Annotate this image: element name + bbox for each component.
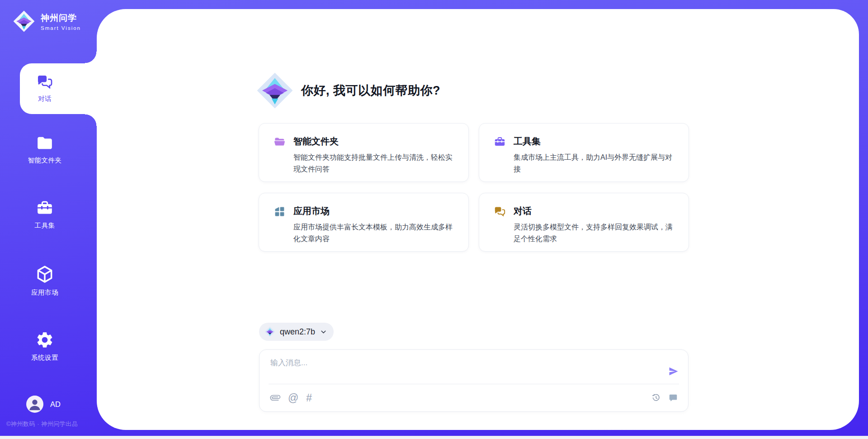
card-description: 智能文件夹功能支持批量文件上传与清洗，轻松实现文件问答 bbox=[293, 152, 457, 175]
send-icon bbox=[668, 366, 679, 377]
sidebar-item-label: 对话 bbox=[38, 95, 52, 103]
app-window: 神州问学 Smart Vision 对话 智能文件夹 工具集 应用市场 系统设置 bbox=[0, 0, 868, 439]
send-button[interactable] bbox=[668, 359, 679, 384]
horizontal-scrollbar[interactable] bbox=[0, 436, 868, 439]
cube-icon bbox=[35, 264, 55, 284]
feature-cards: 智能文件夹 智能文件夹功能支持批量文件上传与清洗，轻松实现文件问答 工具集 集成… bbox=[259, 123, 689, 252]
main-panel: 你好, 我可以如何帮助你? 智能文件夹 智能文件夹功能支持批量文件上传与清洗，轻… bbox=[97, 9, 859, 430]
message-composer: @ # bbox=[259, 349, 689, 412]
feature-card-toolset[interactable]: 工具集 集成市场上主流工具，助力AI与外界无缝扩展与对接 bbox=[479, 123, 689, 182]
user-name: AD bbox=[50, 400, 61, 409]
card-title: 对话 bbox=[514, 205, 677, 217]
model-logo-icon bbox=[264, 326, 275, 337]
sidebar-item-settings[interactable]: 系统设置 bbox=[0, 330, 90, 362]
sidebar-item-label: 应用市场 bbox=[31, 288, 58, 297]
sidebar-item-app-market[interactable]: 应用市场 bbox=[0, 264, 90, 297]
sidebar-item-chat[interactable]: 对话 bbox=[0, 73, 90, 103]
card-description: 应用市场提供丰富长文本模板，助力高效生成多样化文章内容 bbox=[293, 221, 457, 245]
paperclip-icon bbox=[268, 391, 282, 405]
folder-icon bbox=[36, 134, 54, 152]
card-description: 集成市场上主流工具，助力AI与外界无缝扩展与对接 bbox=[514, 152, 677, 175]
brand: 神州问学 Smart Vision bbox=[13, 10, 81, 33]
brand-subtitle: Smart Vision bbox=[41, 25, 81, 31]
briefcase-icon bbox=[36, 199, 54, 217]
chevron-down-icon bbox=[320, 328, 327, 336]
sidebar-item-label: 智能文件夹 bbox=[28, 156, 62, 165]
message-input[interactable] bbox=[270, 358, 662, 379]
greeting-title: 你好, 我可以如何帮助你? bbox=[301, 82, 440, 99]
sidebar-item-toolset[interactable]: 工具集 bbox=[0, 199, 90, 230]
topic-button[interactable]: # bbox=[306, 393, 312, 403]
mention-button[interactable]: @ bbox=[288, 393, 298, 403]
chat-bubbles-icon bbox=[494, 205, 506, 218]
grid-icon bbox=[274, 205, 286, 218]
feature-card-app-market[interactable]: 应用市场 应用市场提供丰富长文本模板，助力高效生成多样化文章内容 bbox=[259, 193, 469, 252]
card-title: 应用市场 bbox=[293, 205, 457, 217]
briefcase-icon bbox=[494, 136, 506, 148]
sidebar-item-label: 系统设置 bbox=[31, 353, 58, 362]
greeting: 你好, 我可以如何帮助你? bbox=[256, 72, 440, 110]
brand-logo-icon bbox=[13, 10, 35, 33]
hash-icon: # bbox=[306, 393, 312, 403]
chat-bubble-icon bbox=[668, 393, 678, 403]
feature-card-smart-folder[interactable]: 智能文件夹 智能文件夹功能支持批量文件上传与清洗，轻松实现文件问答 bbox=[259, 123, 469, 182]
copyright: ©神州数码 · 神州问学出品 bbox=[6, 420, 101, 428]
folder-open-icon bbox=[274, 136, 286, 148]
history-icon bbox=[651, 393, 661, 403]
model-selector[interactable]: qwen2:7b bbox=[259, 323, 334, 341]
chat-bubbles-icon bbox=[36, 73, 53, 91]
at-icon: @ bbox=[288, 393, 298, 403]
user-profile[interactable]: AD bbox=[26, 396, 61, 413]
card-description: 灵活切换多模型文件，支持多样回复效果调试，满足个性化需求 bbox=[514, 221, 677, 245]
feedback-button[interactable] bbox=[668, 393, 678, 403]
sidebar-item-smart-folder[interactable]: 智能文件夹 bbox=[0, 134, 90, 165]
feature-card-chat[interactable]: 对话 灵活切换多模型文件，支持多样回复效果调试，满足个性化需求 bbox=[479, 193, 689, 252]
attach-file-button[interactable] bbox=[270, 393, 280, 403]
card-title: 工具集 bbox=[514, 135, 677, 148]
assistant-logo-icon bbox=[256, 72, 294, 110]
model-name: qwen2:7b bbox=[280, 327, 315, 337]
avatar bbox=[26, 396, 43, 413]
sidebar-item-label: 工具集 bbox=[35, 221, 55, 230]
card-title: 智能文件夹 bbox=[293, 135, 457, 148]
brand-name: 神州问学 bbox=[41, 12, 81, 24]
history-button[interactable] bbox=[651, 393, 661, 403]
gear-icon bbox=[35, 330, 54, 349]
